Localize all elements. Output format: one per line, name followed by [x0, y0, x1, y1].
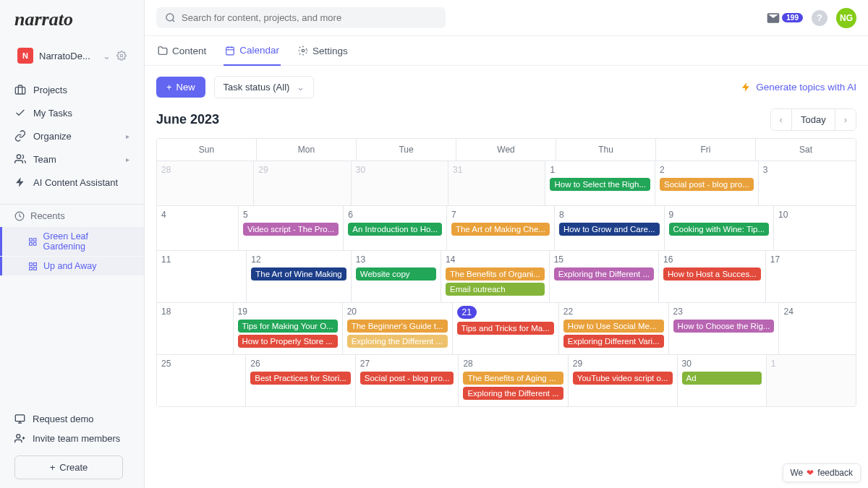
calendar-cell[interactable]: 12The Art of Wine Making	[247, 251, 352, 303]
sidebar-item-team[interactable]: Team ▸	[0, 147, 144, 171]
calendar-cell[interactable]: 7The Art of Making Che...	[447, 206, 555, 251]
calendar-event[interactable]: The Art of Making Che...	[451, 223, 550, 236]
calendar-event[interactable]: Cooking with Wine: Tip...	[669, 223, 770, 236]
prev-month-button[interactable]: ‹	[771, 109, 792, 130]
calendar-cell[interactable]: 29	[254, 161, 351, 206]
calendar-event[interactable]: The Benefits of Organi...	[446, 267, 545, 281]
day-number: 5	[243, 210, 248, 220]
feedback-widget[interactable]: We ❤ feedback	[783, 463, 861, 482]
new-button[interactable]: + New	[156, 77, 205, 98]
calendar-event[interactable]: The Benefits of Aging ...	[463, 372, 563, 385]
calendar-cell[interactable]: 1	[767, 355, 856, 406]
calendar-cell[interactable]: 28	[157, 161, 254, 206]
calendar-event[interactable]: Tips for Making Your O...	[238, 320, 338, 333]
calendar-event[interactable]: Social post - blog pro...	[360, 372, 454, 385]
calendar-cell[interactable]: 8How to Grow and Care...	[555, 206, 665, 251]
calendar-cell[interactable]: 27Social post - blog pro...	[356, 355, 459, 406]
calendar-cell[interactable]: 2Social post - blog pro...	[655, 161, 759, 206]
calendar-cell[interactable]: 26Best Practices for Stori...	[246, 355, 356, 406]
calendar-event[interactable]: Email outreach	[446, 283, 545, 296]
notifications-button[interactable]: 199	[766, 11, 803, 25]
monitor-icon	[14, 414, 25, 424]
calendar-cell[interactable]: 5Video script - The Pro...	[239, 206, 344, 251]
calendar-cell[interactable]: 29YouTube video script o...	[569, 355, 678, 406]
calendar-event[interactable]: Exploring the Different ...	[554, 267, 654, 281]
calendar-event[interactable]: The Beginner's Guide t...	[347, 320, 448, 333]
calendar-cell[interactable]: 28The Benefits of Aging ...Exploring the…	[459, 355, 568, 406]
tab-settings[interactable]: Settings	[297, 37, 349, 65]
task-status-filter[interactable]: Task status (All) ⌄	[214, 76, 315, 98]
generate-topics-ai[interactable]: Generate topics with AI	[741, 82, 856, 93]
calendar-event[interactable]: How to Select the Righ...	[550, 178, 650, 191]
calendar-cell[interactable]: 6An Introduction to Ho...	[344, 206, 447, 251]
calendar-event[interactable]: Video script - The Pro...	[243, 223, 339, 236]
gear-icon[interactable]	[116, 51, 127, 61]
next-month-button[interactable]: ›	[835, 109, 856, 130]
calendar-cell[interactable]: 15Exploring the Different ...	[550, 251, 659, 303]
request-demo-link[interactable]: Request demo	[14, 409, 129, 429]
calendar-cell[interactable]: 20The Beginner's Guide t...Exploring the…	[343, 303, 453, 355]
day-number: 30	[356, 165, 365, 175]
sidebar-item-mytasks[interactable]: My Tasks	[0, 101, 144, 124]
calendar-event[interactable]: Tips and Tricks for Ma...	[457, 322, 554, 335]
calendar-cell[interactable]: 19Tips for Making Your O...How to Proper…	[234, 303, 343, 355]
calendar-event[interactable]: Exploring Different Vari...	[563, 335, 664, 348]
calendar-cell[interactable]: 31	[448, 161, 545, 206]
day-number: 19	[238, 307, 247, 317]
recent-item[interactable]: Up and Away	[0, 257, 144, 275]
calendar-event[interactable]: Exploring the Different ...	[463, 387, 563, 400]
calendar-event[interactable]: YouTube video script o...	[573, 372, 673, 385]
calendar-cell[interactable]: 1How to Select the Righ...	[545, 161, 655, 206]
calendar-cell[interactable]: 16How to Host a Succes...	[659, 251, 766, 303]
calendar-event[interactable]: How to Properly Store ...	[238, 335, 338, 348]
invite-team-link[interactable]: Invite team members	[14, 429, 129, 448]
calendar-cell[interactable]: 22How to Use Social Me...Exploring Diffe…	[559, 303, 669, 355]
create-button[interactable]: + Create	[14, 455, 123, 479]
calendar-cell[interactable]: 17	[766, 251, 856, 303]
calendar-event[interactable]: Ad	[682, 372, 762, 385]
today-button[interactable]: Today	[792, 109, 835, 130]
calendar-event[interactable]: An Introduction to Ho...	[348, 223, 442, 236]
avatar[interactable]: NG	[836, 8, 856, 28]
help-button[interactable]: ?	[812, 10, 827, 26]
calendar-cell[interactable]: 21Tips and Tricks for Ma...	[453, 303, 559, 355]
calendar-event[interactable]: Exploring the Different ...	[347, 335, 448, 348]
calendar-event[interactable]: The Art of Wine Making	[251, 267, 346, 281]
plus-icon: +	[166, 82, 172, 93]
tab-content[interactable]: Content	[156, 37, 208, 65]
day-of-week: Thu	[556, 139, 656, 161]
search-box[interactable]	[156, 7, 446, 28]
calendar-cell[interactable]: 18	[157, 303, 234, 355]
recent-item[interactable]: Green Leaf Gardening	[0, 227, 144, 256]
calendar-cell[interactable]: 14The Benefits of Organi...Email outreac…	[441, 251, 550, 303]
calendar-cell[interactable]: 4	[157, 206, 239, 251]
calendar-cell[interactable]: 10	[774, 206, 856, 251]
search-input[interactable]	[182, 12, 437, 23]
calendar-event[interactable]: Social post - blog pro...	[660, 178, 754, 191]
chevron-down-icon[interactable]: ⌄	[103, 51, 111, 61]
calendar-cell[interactable]: 13Website copy	[352, 251, 441, 303]
day-of-week: Mon	[257, 139, 357, 161]
calendar-event[interactable]: How to Host a Succes...	[663, 267, 761, 281]
sidebar-item-projects[interactable]: Projects	[0, 78, 144, 101]
calendar-event[interactable]: How to Grow and Care...	[559, 223, 660, 236]
sidebar-item-organize[interactable]: Organize ▸	[0, 124, 144, 147]
sidebar-item-ai[interactable]: AI Content Assistant	[0, 171, 144, 194]
calendar-event[interactable]: How to Use Social Me...	[563, 320, 664, 333]
day-number: 28	[161, 165, 171, 175]
calendar-cell[interactable]: 25	[157, 355, 246, 406]
calendar-event[interactable]: Website copy	[356, 267, 436, 281]
calendar-event[interactable]: Best Practices for Stori...	[250, 372, 351, 385]
calendar-cell[interactable]: 23How to Choose the Rig...	[669, 303, 780, 355]
calendar-event[interactable]: How to Choose the Rig...	[673, 320, 775, 333]
calendar-cell[interactable]: 9Cooking with Wine: Tip...	[665, 206, 775, 251]
calendar-cell[interactable]: 30	[352, 161, 448, 206]
sidebar-label: Team	[33, 154, 56, 165]
calendar-cell[interactable]: 30Ad	[678, 355, 767, 406]
calendar-cell[interactable]: 3	[759, 161, 856, 206]
calendar-cell[interactable]: 24	[779, 303, 856, 355]
tab-calendar[interactable]: Calendar	[224, 36, 281, 66]
workspace-switcher[interactable]: N NarratoDe... ⌄	[6, 42, 138, 69]
svg-rect-4	[30, 238, 33, 241]
calendar-cell[interactable]: 11	[157, 251, 247, 303]
